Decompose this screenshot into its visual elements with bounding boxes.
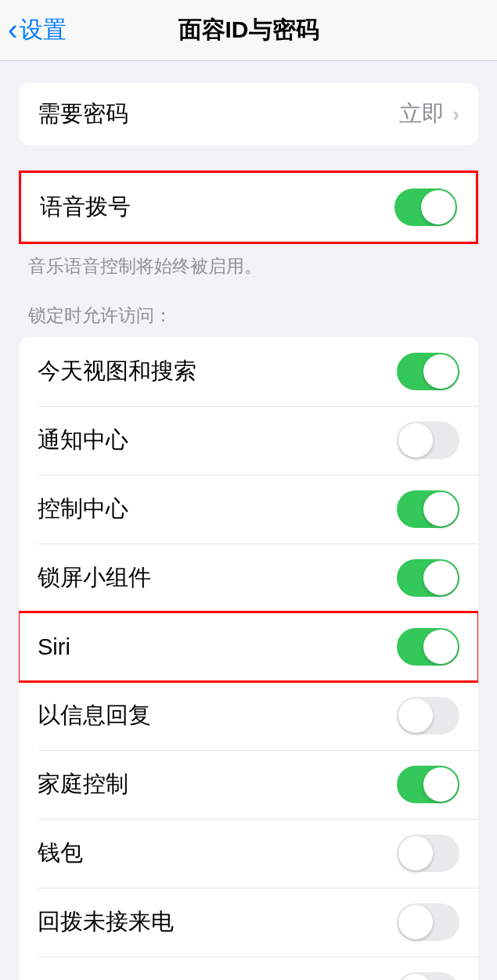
voice-dial-row: 语音拨号 xyxy=(21,173,476,242)
lock-access-item-label: USB配件 xyxy=(38,975,130,980)
lock-access-toggle[interactable] xyxy=(397,559,459,597)
lock-access-toggle[interactable] xyxy=(397,766,459,803)
lock-access-toggle[interactable] xyxy=(397,972,459,980)
toggle-knob xyxy=(423,561,458,595)
require-passcode-value: 立即 xyxy=(399,99,445,130)
lock-access-row: 钱包 xyxy=(19,819,478,888)
lock-access-list: 今天视图和搜索通知中心控制中心锁屏小组件Siri以信息回复家庭控制钱包回拨未接来… xyxy=(19,337,478,980)
toggle-knob xyxy=(398,905,433,939)
lock-access-item-label: 锁屏小组件 xyxy=(38,562,151,594)
lock-access-header: 锁定时允许访问： xyxy=(0,303,497,337)
toggle-knob xyxy=(423,630,458,664)
lock-access-row: Siri xyxy=(19,612,478,681)
toggle-knob xyxy=(398,698,433,733)
lock-access-item-label: 通知中心 xyxy=(38,425,128,456)
lock-access-item-label: 钱包 xyxy=(38,838,83,869)
chevron-left-icon: ‹ xyxy=(8,13,18,47)
lock-access-row: USB配件 xyxy=(19,957,478,980)
lock-access-row: 以信息回复 xyxy=(19,681,478,750)
lock-access-row: 锁屏小组件 xyxy=(19,544,478,612)
lock-access-toggle[interactable] xyxy=(397,353,459,390)
lock-access-item-label: 以信息回复 xyxy=(38,700,151,731)
lock-access-item-label: Siri xyxy=(38,634,70,660)
toggle-knob xyxy=(423,492,458,526)
lock-access-row: 今天视图和搜索 xyxy=(19,337,478,406)
voice-dial-footer: 音乐语音控制将始终被启用。 xyxy=(0,244,497,278)
toggle-knob xyxy=(398,423,433,458)
highlight-voice-dial: 语音拨号 xyxy=(19,171,478,244)
toggle-knob xyxy=(421,190,456,224)
lock-access-toggle[interactable] xyxy=(397,835,459,872)
toggle-knob xyxy=(398,836,433,871)
page-title: 面容ID与密码 xyxy=(178,14,319,46)
require-passcode-label: 需要密码 xyxy=(38,99,128,130)
toggle-knob xyxy=(423,354,458,389)
require-passcode-row[interactable]: 需要密码 立即 › xyxy=(19,83,478,145)
lock-access-row: 通知中心 xyxy=(19,406,478,475)
lock-access-item-label: 回拨未接来电 xyxy=(38,906,174,938)
toggle-knob xyxy=(398,974,433,980)
voice-dial-label: 语音拨号 xyxy=(40,192,131,223)
lock-access-row: 回拨未接来电 xyxy=(19,888,478,957)
chevron-right-icon: › xyxy=(452,102,459,127)
lock-access-row: 家庭控制 xyxy=(19,750,478,819)
lock-access-toggle[interactable] xyxy=(397,903,459,941)
voice-dial-toggle[interactable] xyxy=(394,188,457,226)
lock-access-row: 控制中心 xyxy=(19,475,478,544)
lock-access-toggle[interactable] xyxy=(397,422,459,459)
lock-access-item-label: 控制中心 xyxy=(38,494,128,525)
lock-access-item-label: 今天视图和搜索 xyxy=(38,356,196,387)
navigation-bar: ‹ 设置 面容ID与密码 xyxy=(0,0,497,61)
lock-access-item-label: 家庭控制 xyxy=(38,769,128,800)
toggle-knob xyxy=(423,767,458,802)
lock-access-toggle[interactable] xyxy=(397,490,459,528)
back-button[interactable]: ‹ 设置 xyxy=(0,13,67,47)
lock-access-toggle[interactable] xyxy=(397,697,459,734)
back-label: 设置 xyxy=(20,14,67,46)
lock-access-toggle[interactable] xyxy=(397,628,459,666)
